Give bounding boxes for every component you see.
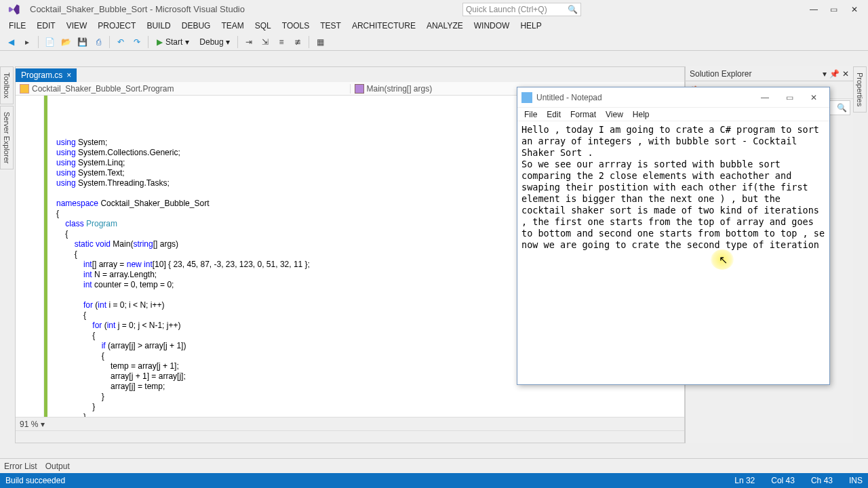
search-icon: 🔍 [568, 5, 578, 14]
notepad-icon [521, 92, 532, 103]
status-col: Col 43 [771, 476, 795, 485]
toolbox-tab[interactable]: Toolbox [0, 66, 14, 104]
menu-project[interactable]: PROJECT [93, 20, 140, 32]
quick-launch-input[interactable]: Quick Launch (Ctrl+Q) 🔍 [462, 3, 581, 16]
search-icon: 🔍 [837, 103, 847, 113]
save-button[interactable]: 💾 [75, 35, 89, 49]
menu-help[interactable]: HELP [515, 20, 546, 32]
notepad-menu-file[interactable]: File [520, 110, 541, 119]
menu-file[interactable]: FILE [4, 20, 31, 32]
save-all-button[interactable]: ⎙ [92, 35, 105, 49]
comment-button[interactable]: ≡ [275, 35, 288, 49]
right-side-tabs: Properties [853, 66, 868, 113]
pin-icon[interactable]: 📌 [829, 69, 840, 79]
close-panel-icon[interactable]: ✕ [842, 69, 849, 79]
play-icon: ▶ [157, 37, 163, 47]
vs-logo-icon [4, 3, 24, 16]
dropdown-icon[interactable]: ▾ [823, 69, 827, 79]
new-project-button[interactable]: 📄 [43, 35, 56, 49]
chevron-down-icon: ▾ [41, 420, 45, 429]
close-tab-icon[interactable]: × [66, 70, 71, 80]
uncomment-button[interactable]: ≢ [291, 35, 304, 49]
zoom-bar: 91 % ▾ [16, 417, 684, 430]
notepad-menu-view[interactable]: View [601, 110, 627, 119]
toggle-button[interactable]: ▦ [313, 35, 327, 49]
back-button[interactable]: ◀ [4, 35, 18, 49]
solution-explorer-title: Solution Explorer [690, 69, 751, 79]
toolbar: ◀ ▸ 📄 📂 💾 ⎙ ↶ ↷ ▶ Start ▾ Debug ▾ ⇥ ⇲ ≡ … [0, 33, 868, 51]
menu-team[interactable]: TEAM [216, 20, 248, 32]
start-debug-button[interactable]: ▶ Start ▾ [153, 37, 193, 47]
open-button[interactable]: 📂 [59, 35, 73, 49]
menu-tools[interactable]: TOOLS [277, 20, 314, 32]
left-side-tabs: Toolbox Server Explorer [0, 66, 15, 171]
method-icon [355, 84, 364, 94]
properties-tab[interactable]: Properties [853, 66, 867, 113]
menu-bar: FILEEDITVIEWPROJECTBUILDDEBUGTEAMSQLTOOL… [0, 18, 868, 33]
step-button[interactable]: ⇥ [242, 35, 256, 49]
menu-debug[interactable]: DEBUG [177, 20, 216, 32]
undo-button[interactable]: ↶ [114, 35, 127, 49]
notepad-maximize-button[interactable]: ▭ [778, 90, 801, 105]
menu-view[interactable]: VIEW [62, 20, 92, 32]
notepad-menu-format[interactable]: Format [566, 110, 600, 119]
notepad-text-area[interactable]: Hello , today I am going to crate a C# p… [517, 121, 829, 384]
status-ch: Ch 43 [811, 476, 833, 485]
title-bar: Cocktail_Shaker_Bubble_Sort - Microsoft … [0, 0, 868, 18]
notepad-menu-edit[interactable]: Edit [542, 110, 565, 119]
zoom-dropdown[interactable]: 91 % [20, 420, 38, 429]
redo-button[interactable]: ↷ [130, 35, 144, 49]
menu-analyze[interactable]: ANALYZE [422, 20, 468, 32]
maximize-button[interactable]: ▭ [825, 3, 844, 16]
notepad-close-button[interactable]: ✕ [802, 90, 825, 105]
chevron-down-icon: ▾ [226, 37, 230, 47]
status-bar: Build succeeded Ln 32 Col 43 Ch 43 INS [0, 473, 868, 488]
minimize-button[interactable]: — [804, 3, 823, 16]
notepad-menu-help[interactable]: Help [629, 110, 654, 119]
status-ins: INS [849, 476, 863, 485]
menu-build[interactable]: BUILD [142, 20, 175, 32]
notepad-menu: FileEditFormatViewHelp [517, 108, 829, 121]
step-over-button[interactable]: ⇲ [258, 35, 272, 49]
class-icon [20, 84, 29, 94]
build-status: Build succeeded [5, 476, 65, 485]
notepad-minimize-button[interactable]: — [753, 90, 776, 105]
file-tabs: Program.cs × [16, 67, 684, 82]
file-tab-program[interactable]: Program.cs × [16, 68, 77, 82]
bottom-tabs: Error List Output [0, 458, 868, 473]
status-line: Ln 32 [734, 476, 755, 485]
notepad-window: Untitled - Notepad — ▭ ✕ FileEditFormatV… [517, 87, 830, 385]
chevron-down-icon: ▾ [185, 37, 189, 47]
window-title: Cocktail_Shaker_Bubble_Sort - Microsoft … [30, 4, 245, 14]
output-tab[interactable]: Output [45, 462, 70, 471]
notepad-titlebar[interactable]: Untitled - Notepad — ▭ ✕ [517, 87, 829, 108]
menu-window[interactable]: WINDOW [469, 20, 515, 32]
error-list-tab[interactable]: Error List [4, 462, 37, 471]
menu-test[interactable]: TEST [315, 20, 346, 32]
server-explorer-tab[interactable]: Server Explorer [0, 106, 14, 169]
forward-button[interactable]: ▸ [20, 35, 34, 49]
menu-architecture[interactable]: ARCHITECTURE [347, 20, 420, 32]
horizontal-scrollbar[interactable] [16, 430, 684, 443]
menu-edit[interactable]: EDIT [32, 20, 60, 32]
menu-sql[interactable]: SQL [250, 20, 276, 32]
breadcrumb-class-dropdown[interactable]: Cocktail_Shaker_Bubble_Sort.Program [16, 84, 351, 94]
close-button[interactable]: ✕ [845, 3, 864, 16]
config-dropdown[interactable]: Debug ▾ [196, 37, 233, 47]
